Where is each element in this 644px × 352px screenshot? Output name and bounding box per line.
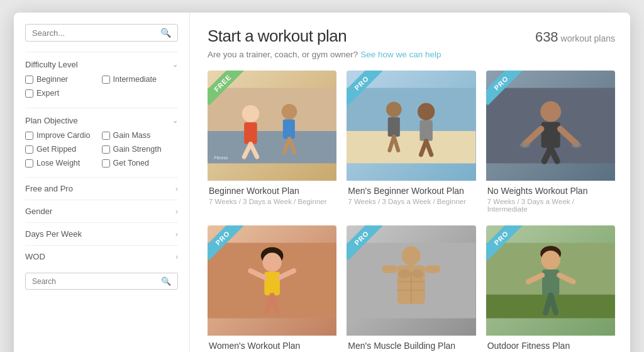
svg-rect-23: [541, 122, 560, 148]
card-badge: PRO: [208, 225, 245, 263]
wod-label: WOD: [25, 252, 45, 261]
svg-rect-7: [283, 120, 295, 139]
filter-wod[interactable]: WOD ›: [25, 245, 178, 268]
checkbox-gain-strength[interactable]: [102, 145, 110, 154]
card-card5[interactable]: PRO Men's Muscle Building Plan 10 Weeks …: [347, 225, 475, 352]
difficulty-options: Beginner Intermediate Expert: [25, 74, 178, 99]
label-lose-weight: Lose Weight: [36, 158, 80, 168]
svg-point-13: [386, 102, 402, 118]
svg-point-22: [540, 101, 561, 122]
card-badge: PRO: [486, 71, 524, 108]
badge-label: FREE: [208, 71, 245, 105]
difficulty-label: Difficulty Level: [25, 60, 78, 69]
days-per-week-arrow: ›: [175, 230, 178, 239]
svg-rect-48: [382, 265, 397, 273]
filter-expert[interactable]: Expert: [25, 88, 102, 98]
card-image-wrap: PRO: [486, 71, 615, 181]
search-input[interactable]: [32, 28, 160, 38]
sidebar: 🔍 Difficulty Level ⌄ Beginner Intermedia…: [14, 13, 190, 352]
card-info: Outdoor Fitness Plan 6 Weeks / 3 Days a …: [486, 336, 615, 352]
checkbox-get-ripped[interactable]: [25, 145, 33, 154]
label-get-ripped: Get Ripped: [36, 144, 76, 154]
checkbox-lose-weight[interactable]: [25, 159, 33, 167]
card-card2[interactable]: PRO Men's Beginner Workout Plan 7 Weeks …: [347, 71, 475, 215]
checkbox-gain-mass[interactable]: [102, 132, 110, 140]
svg-rect-14: [388, 117, 400, 137]
subtitle-link[interactable]: See how we can help: [360, 50, 441, 59]
card-title: Beginner Workout Plan: [209, 186, 335, 196]
filter-intermediate[interactable]: Intermediate: [102, 74, 179, 84]
svg-point-54: [541, 251, 560, 270]
card-info: Women's Workout Plan 8 Weeks / 4 Days a …: [208, 336, 336, 352]
count-number: 638: [535, 29, 558, 45]
count-label: workout plans: [561, 33, 615, 43]
svg-point-46: [399, 270, 411, 278]
card-card3[interactable]: PRO No Weights Workout Plan 7 Weeks / 3 …: [486, 71, 615, 215]
svg-rect-35: [264, 271, 280, 295]
label-gain-strength: Gain Strength: [113, 144, 162, 154]
card-image-wrap: PRO: [347, 71, 475, 181]
card-badge: PRO: [347, 225, 384, 263]
svg-point-41: [402, 246, 421, 265]
filter-gender[interactable]: Gender ›: [25, 200, 178, 222]
badge-label: PRO: [486, 225, 523, 260]
badge-label: PRO: [347, 71, 384, 105]
main-content: Start a workout plan 638workout plans Ar…: [190, 13, 630, 352]
svg-point-17: [418, 103, 435, 120]
card-image-wrap: PRO: [347, 225, 475, 336]
card-badge: FREE: [208, 71, 245, 108]
card-title: Outdoor Fitness Plan: [487, 341, 614, 351]
gender-arrow: ›: [175, 207, 178, 216]
bottom-search-box[interactable]: 🔍: [25, 273, 178, 290]
card-card6[interactable]: PRO Outdoor Fitness Plan 6 Weeks / 3 Day…: [486, 225, 615, 352]
difficulty-chevron: ⌄: [172, 60, 178, 69]
filter-days-per-week[interactable]: Days Per Week ›: [25, 222, 178, 245]
card-meta: 7 Weeks / 3 Days a Week / Beginner: [209, 198, 335, 205]
card-card1[interactable]: Fitness FREE Beginner Workout Plan 7 Wee…: [208, 71, 336, 215]
card-info: Beginner Workout Plan 7 Weeks / 3 Days a…: [208, 181, 336, 208]
search-box[interactable]: 🔍: [25, 24, 178, 42]
card-info: Men's Beginner Workout Plan 7 Weeks / 3 …: [347, 181, 475, 208]
checkbox-improve-cardio[interactable]: [25, 132, 33, 140]
days-per-week-label: Days Per Week: [25, 229, 82, 239]
plan-objective-label: Plan Objective: [25, 116, 78, 125]
svg-point-47: [412, 270, 424, 278]
card-info: No Weights Workout Plan 7 Weeks / 3 Days…: [486, 181, 615, 215]
plan-objective-options: Improve Cardio Gain Mass Get Ripped Gain…: [25, 130, 178, 169]
filter-beginner[interactable]: Beginner: [25, 74, 102, 84]
badge-label: PRO: [347, 225, 384, 260]
checkbox-beginner[interactable]: [25, 76, 33, 84]
wod-arrow: ›: [175, 253, 178, 261]
svg-point-29: [571, 143, 581, 148]
svg-rect-49: [425, 265, 441, 273]
count-area: 638workout plans: [535, 29, 615, 45]
checkbox-expert[interactable]: [25, 89, 33, 98]
filter-free-pro[interactable]: Free and Pro ›: [25, 177, 178, 200]
svg-point-28: [519, 143, 530, 148]
checkbox-intermediate[interactable]: [102, 76, 110, 84]
search-icon: 🔍: [160, 28, 171, 38]
badge-label: PRO: [208, 225, 245, 260]
filter-lose-weight[interactable]: Lose Weight: [25, 158, 102, 168]
filter-get-toned[interactable]: Get Toned: [102, 158, 179, 168]
bottom-search-input[interactable]: [32, 277, 161, 286]
svg-rect-3: [244, 122, 257, 144]
cards-grid: Fitness FREE Beginner Workout Plan 7 Wee…: [208, 71, 615, 352]
label-beginner: Beginner: [36, 74, 68, 84]
card-card4[interactable]: PRO Women's Workout Plan 8 Weeks / 4 Day…: [208, 225, 336, 352]
card-image-wrap: Fitness FREE: [208, 71, 336, 181]
difficulty-header[interactable]: Difficulty Level ⌄: [25, 59, 178, 74]
label-gain-mass: Gain Mass: [113, 130, 151, 140]
plan-objective-header[interactable]: Plan Objective ⌄: [25, 115, 178, 130]
subtitle-text: Are you a trainer, coach, or gym owner?: [208, 50, 358, 59]
filter-get-ripped[interactable]: Get Ripped: [25, 144, 102, 154]
label-intermediate: Intermediate: [113, 74, 157, 84]
checkbox-get-toned[interactable]: [102, 159, 110, 167]
card-image-wrap: PRO: [208, 225, 336, 336]
svg-point-6: [282, 104, 297, 120]
filter-improve-cardio[interactable]: Improve Cardio: [25, 130, 102, 140]
app-window: 🔍 Difficulty Level ⌄ Beginner Intermedia…: [14, 13, 630, 352]
filter-gain-mass[interactable]: Gain Mass: [102, 130, 179, 140]
card-info: Men's Muscle Building Plan 10 Weeks / 4 …: [347, 336, 475, 352]
filter-gain-strength[interactable]: Gain Strength: [102, 144, 179, 154]
